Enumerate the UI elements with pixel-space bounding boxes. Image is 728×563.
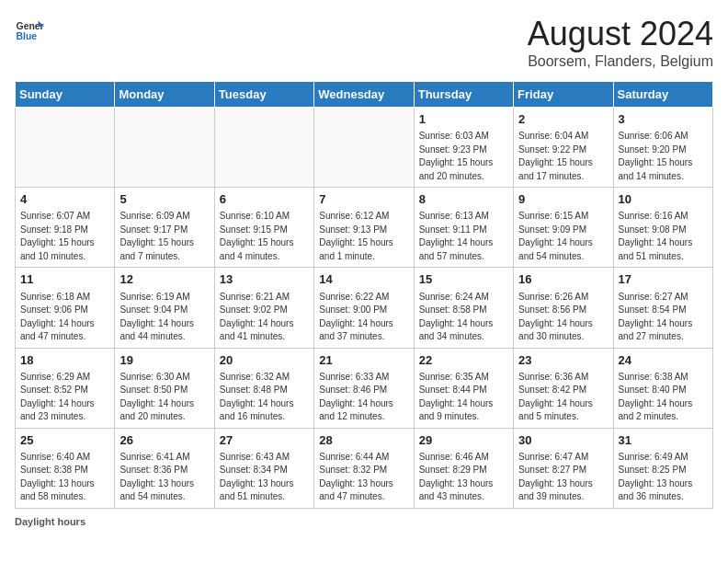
day-number: 29	[419, 432, 508, 449]
svg-text:Blue: Blue	[17, 31, 38, 41]
day-info: Sunrise: 6:43 AM Sunset: 8:34 PM Dayligh…	[220, 451, 309, 504]
day-info: Sunrise: 6:15 AM Sunset: 9:09 PM Dayligh…	[518, 210, 608, 263]
calendar-cell: 30Sunrise: 6:47 AM Sunset: 8:27 PM Dayli…	[514, 428, 613, 508]
calendar-cell: 11Sunrise: 6:18 AM Sunset: 9:06 PM Dayli…	[16, 268, 115, 348]
calendar-cell: 17Sunrise: 6:27 AM Sunset: 8:54 PM Dayli…	[613, 268, 712, 348]
calendar-cell: 5Sunrise: 6:09 AM Sunset: 9:17 PM Daylig…	[115, 188, 214, 268]
day-info: Sunrise: 6:19 AM Sunset: 9:04 PM Dayligh…	[119, 291, 209, 344]
day-number: 28	[319, 432, 408, 449]
day-number: 25	[20, 432, 109, 449]
calendar-cell	[214, 108, 313, 188]
day-number: 12	[119, 271, 209, 288]
day-info: Sunrise: 6:18 AM Sunset: 9:06 PM Dayligh…	[20, 291, 109, 344]
page-subtitle: Boorsem, Flanders, Belgium	[528, 53, 713, 70]
page-header: General Blue August 2024 Boorsem, Flande…	[15, 15, 713, 70]
day-info: Sunrise: 6:30 AM Sunset: 8:50 PM Dayligh…	[119, 371, 209, 424]
day-number: 22	[419, 352, 508, 369]
day-info: Sunrise: 6:03 AM Sunset: 9:23 PM Dayligh…	[419, 130, 508, 183]
day-info: Sunrise: 6:41 AM Sunset: 8:36 PM Dayligh…	[119, 451, 209, 504]
title-block: August 2024 Boorsem, Flanders, Belgium	[528, 15, 713, 70]
day-info: Sunrise: 6:06 AM Sunset: 9:20 PM Dayligh…	[619, 130, 708, 183]
calendar-cell: 15Sunrise: 6:24 AM Sunset: 8:58 PM Dayli…	[414, 268, 513, 348]
logo: General Blue	[15, 15, 44, 44]
calendar-cell: 6Sunrise: 6:10 AM Sunset: 9:15 PM Daylig…	[214, 188, 313, 268]
day-number: 30	[518, 432, 608, 449]
day-number: 3	[619, 111, 708, 128]
calendar-header: SundayMondayTuesdayWednesdayThursdayFrid…	[16, 82, 713, 108]
calendar-cell: 7Sunrise: 6:12 AM Sunset: 9:13 PM Daylig…	[314, 188, 414, 268]
day-number: 26	[119, 432, 209, 449]
calendar-cell: 25Sunrise: 6:40 AM Sunset: 8:38 PM Dayli…	[16, 428, 115, 508]
calendar-cell: 22Sunrise: 6:35 AM Sunset: 8:44 PM Dayli…	[414, 348, 513, 428]
day-number: 20	[220, 352, 309, 369]
calendar-cell: 29Sunrise: 6:46 AM Sunset: 8:29 PM Dayli…	[414, 428, 513, 508]
day-number: 10	[619, 191, 708, 208]
day-info: Sunrise: 6:26 AM Sunset: 8:56 PM Dayligh…	[518, 291, 608, 344]
day-info: Sunrise: 6:40 AM Sunset: 8:38 PM Dayligh…	[20, 451, 109, 504]
header-monday: Monday	[115, 82, 214, 108]
calendar-cell: 24Sunrise: 6:38 AM Sunset: 8:40 PM Dayli…	[613, 348, 712, 428]
day-info: Sunrise: 6:32 AM Sunset: 8:48 PM Dayligh…	[220, 371, 309, 424]
calendar-cell	[115, 108, 214, 188]
day-number: 11	[20, 271, 109, 288]
calendar-cell	[314, 108, 414, 188]
day-number: 18	[20, 352, 109, 369]
day-number: 24	[619, 352, 708, 369]
week-row-5: 25Sunrise: 6:40 AM Sunset: 8:38 PM Dayli…	[16, 428, 713, 508]
header-saturday: Saturday	[613, 82, 712, 108]
header-friday: Friday	[514, 82, 613, 108]
day-number: 13	[220, 271, 309, 288]
day-number: 6	[220, 191, 309, 208]
calendar-cell: 12Sunrise: 6:19 AM Sunset: 9:04 PM Dayli…	[115, 268, 214, 348]
calendar-cell: 20Sunrise: 6:32 AM Sunset: 8:48 PM Dayli…	[214, 348, 313, 428]
day-number: 15	[419, 271, 508, 288]
calendar-cell: 27Sunrise: 6:43 AM Sunset: 8:34 PM Dayli…	[214, 428, 313, 508]
day-number: 17	[619, 271, 708, 288]
calendar-cell: 14Sunrise: 6:22 AM Sunset: 9:00 PM Dayli…	[314, 268, 414, 348]
calendar-header-row: SundayMondayTuesdayWednesdayThursdayFrid…	[16, 82, 713, 108]
calendar-cell: 4Sunrise: 6:07 AM Sunset: 9:18 PM Daylig…	[16, 188, 115, 268]
day-number: 14	[319, 271, 408, 288]
day-number: 16	[518, 271, 608, 288]
day-info: Sunrise: 6:10 AM Sunset: 9:15 PM Dayligh…	[220, 210, 309, 263]
day-number: 5	[119, 191, 209, 208]
calendar-cell: 16Sunrise: 6:26 AM Sunset: 8:56 PM Dayli…	[514, 268, 613, 348]
calendar-cell: 3Sunrise: 6:06 AM Sunset: 9:20 PM Daylig…	[613, 108, 712, 188]
calendar-footer: Daylight hours	[15, 516, 713, 527]
calendar-cell: 2Sunrise: 6:04 AM Sunset: 9:22 PM Daylig…	[514, 108, 613, 188]
day-info: Sunrise: 6:46 AM Sunset: 8:29 PM Dayligh…	[419, 451, 508, 504]
calendar-cell: 21Sunrise: 6:33 AM Sunset: 8:46 PM Dayli…	[314, 348, 414, 428]
week-row-1: 1Sunrise: 6:03 AM Sunset: 9:23 PM Daylig…	[16, 108, 713, 188]
calendar-cell: 19Sunrise: 6:30 AM Sunset: 8:50 PM Dayli…	[115, 348, 214, 428]
day-info: Sunrise: 6:36 AM Sunset: 8:42 PM Dayligh…	[518, 371, 608, 424]
header-sunday: Sunday	[16, 82, 115, 108]
week-row-3: 11Sunrise: 6:18 AM Sunset: 9:06 PM Dayli…	[16, 268, 713, 348]
day-number: 2	[518, 111, 608, 128]
calendar-cell: 9Sunrise: 6:15 AM Sunset: 9:09 PM Daylig…	[514, 188, 613, 268]
day-number: 9	[518, 191, 608, 208]
calendar-cell	[16, 108, 115, 188]
logo-icon: General Blue	[15, 15, 44, 44]
day-info: Sunrise: 6:38 AM Sunset: 8:40 PM Dayligh…	[619, 371, 708, 424]
calendar-cell: 18Sunrise: 6:29 AM Sunset: 8:52 PM Dayli…	[16, 348, 115, 428]
day-number: 19	[119, 352, 209, 369]
day-number: 27	[220, 432, 309, 449]
header-wednesday: Wednesday	[314, 82, 414, 108]
day-info: Sunrise: 6:33 AM Sunset: 8:46 PM Dayligh…	[319, 371, 408, 424]
week-row-4: 18Sunrise: 6:29 AM Sunset: 8:52 PM Dayli…	[16, 348, 713, 428]
day-number: 7	[319, 191, 408, 208]
calendar-cell: 1Sunrise: 6:03 AM Sunset: 9:23 PM Daylig…	[414, 108, 513, 188]
day-info: Sunrise: 6:12 AM Sunset: 9:13 PM Dayligh…	[319, 210, 408, 263]
header-thursday: Thursday	[414, 82, 513, 108]
day-info: Sunrise: 6:13 AM Sunset: 9:11 PM Dayligh…	[419, 210, 508, 263]
day-info: Sunrise: 6:22 AM Sunset: 9:00 PM Dayligh…	[319, 291, 408, 344]
calendar-cell: 26Sunrise: 6:41 AM Sunset: 8:36 PM Dayli…	[115, 428, 214, 508]
day-info: Sunrise: 6:04 AM Sunset: 9:22 PM Dayligh…	[518, 130, 608, 183]
calendar-cell: 8Sunrise: 6:13 AM Sunset: 9:11 PM Daylig…	[414, 188, 513, 268]
day-info: Sunrise: 6:29 AM Sunset: 8:52 PM Dayligh…	[20, 371, 109, 424]
page-title: August 2024	[528, 15, 713, 53]
calendar-cell: 10Sunrise: 6:16 AM Sunset: 9:08 PM Dayli…	[613, 188, 712, 268]
day-info: Sunrise: 6:16 AM Sunset: 9:08 PM Dayligh…	[619, 210, 708, 263]
calendar-body: 1Sunrise: 6:03 AM Sunset: 9:23 PM Daylig…	[16, 108, 713, 509]
day-number: 23	[518, 352, 608, 369]
